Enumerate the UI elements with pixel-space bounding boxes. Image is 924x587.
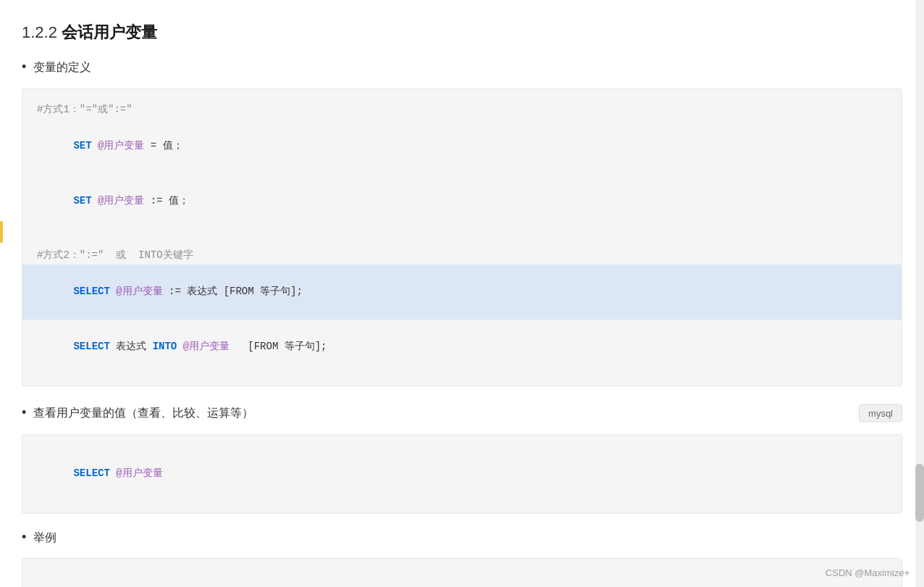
- code-var-3: @用户变量: [110, 286, 163, 297]
- code-var-2: @用户变量: [92, 195, 145, 207]
- code-block-1: #方式1："="或":=" SET @用户变量 = 值； SET @用户变量 :…: [22, 88, 902, 387]
- scrollbar-track[interactable]: [915, 0, 924, 587]
- title-number: 1.2.2: [22, 23, 57, 41]
- mysql-badge: mysql: [859, 404, 902, 422]
- code-comment-2: #方式2：":=" 或 INTO关键字: [37, 246, 887, 265]
- bullet-text-2: 查看用户变量的值（查看、比较、运算等）: [33, 404, 253, 422]
- code-rest-2: := 值；: [144, 195, 189, 207]
- kw-select-1: SELECT: [73, 286, 109, 297]
- code-var-4: @用户变量: [177, 341, 230, 352]
- code-block-2: SELECT @用户变量: [22, 434, 902, 514]
- kw-select-2: SELECT: [73, 341, 109, 352]
- code-rest-4: 表达式: [110, 341, 153, 352]
- bullet-text-3: 举例: [33, 528, 56, 547]
- title-text: 会话用户变量: [62, 23, 157, 41]
- kw-set-2: SET: [73, 195, 91, 207]
- bullet-item-2: • 查看用户变量的值（查看、比较、运算等） mysql: [22, 404, 902, 422]
- side-indicator: [0, 221, 3, 243]
- code-comment-1: #方式1："="或":=": [37, 101, 887, 119]
- bullet-text-1: 变量的定义: [33, 58, 91, 77]
- page-container: 1.2.2 会话用户变量 • 变量的定义 #方式1："="或":=" SET @…: [0, 0, 924, 587]
- code-select-2: SELECT 表达式 INTO @用户变量 [FROM 等子句];: [37, 320, 887, 375]
- code-empty-1: [37, 228, 887, 246]
- code-rest-1: = 值；: [144, 140, 182, 151]
- scrollbar-thumb[interactable]: [915, 464, 924, 522]
- code-block-3: SET @a = 1; SELECT @a; SELECT @num := CO…: [22, 558, 902, 587]
- bullet-dot-1: •: [22, 58, 26, 76]
- code-rest-3: := 表达式 [FROM 等子句];: [163, 286, 303, 297]
- section-title: 1.2.2 会话用户变量: [22, 14, 902, 43]
- kw-set-1: SET: [73, 140, 91, 151]
- code-rest-5: [FROM 等子句];: [230, 341, 327, 352]
- footer-brand: CSDN @Maximize+: [826, 567, 910, 578]
- code-set-2: SET @用户变量 := 值；: [37, 173, 887, 228]
- bullet-dot-3: •: [22, 528, 26, 546]
- bullet-item-1: • 变量的定义: [22, 58, 902, 77]
- kw-select-3: SELECT: [73, 467, 109, 479]
- code-var-1: @用户变量: [92, 140, 145, 151]
- code-var-5: @用户变量: [110, 467, 163, 479]
- code-set-1: SET @用户变量 = 值；: [37, 119, 887, 174]
- bullet-item-3: • 举例: [22, 528, 902, 547]
- kw-into: INTO: [153, 341, 177, 352]
- bullet-dot-2: •: [22, 404, 26, 422]
- code-select-3: SELECT @用户变量: [37, 446, 887, 501]
- code-select-1: SELECT @用户变量 := 表达式 [FROM 等子句];: [22, 265, 902, 320]
- code-set-3: SET @a = 1;: [37, 570, 887, 587]
